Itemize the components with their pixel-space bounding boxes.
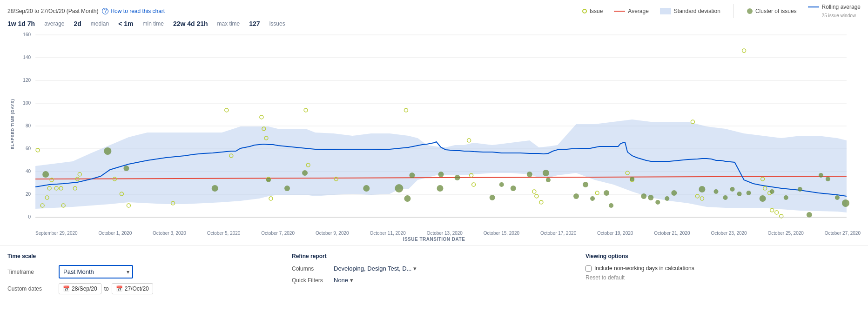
svg-point-84 (573, 193, 579, 199)
chart-container: 0 20 40 60 80 100 120 140 160 ELAPSED TI… (0, 31, 868, 245)
legend-divider (733, 4, 734, 18)
x-axis-title: ISSUE TRANSITION DATE (7, 237, 861, 242)
legend-average: Average (614, 8, 648, 14)
timeframe-label: Timeframe (7, 269, 59, 275)
svg-point-95 (699, 186, 705, 192)
custom-date-to[interactable]: 📅 27/Oct/20 (112, 283, 153, 294)
svg-point-108 (835, 195, 840, 200)
x-label-7: October 11, 2020 (370, 231, 405, 236)
x-label-4: October 5, 2020 (207, 231, 241, 236)
calendar-from-icon: 📅 (63, 285, 70, 292)
refine-title: Refine report (292, 253, 567, 259)
svg-point-74 (409, 172, 415, 178)
svg-text:100: 100 (23, 100, 31, 106)
svg-point-69 (284, 186, 290, 191)
x-label-1: September 29, 2020 (35, 231, 78, 236)
how-to-link[interactable]: ? How to read this chart (102, 8, 165, 14)
stat-median-label: median (91, 20, 109, 27)
svg-point-106 (819, 173, 823, 178)
x-label-5: October 7, 2020 (261, 231, 295, 236)
svg-point-89 (630, 177, 634, 181)
svg-text:140: 140 (23, 55, 31, 60)
x-label-2: October 1, 2020 (99, 231, 132, 236)
non-working-days-row: Include non-working days in calculations (585, 265, 861, 272)
svg-text:20: 20 (26, 192, 31, 197)
svg-point-101 (760, 195, 766, 202)
columns-row: Columns Developing, Design Test, D... (292, 265, 567, 272)
time-scale-col: Time scale Timeframe Past Month Custom d… (7, 253, 292, 299)
columns-dropdown[interactable]: Developing, Design Test, D... (334, 265, 417, 272)
std-dev-box-icon (660, 8, 671, 14)
svg-point-73 (404, 195, 410, 202)
viewing-title: Viewing options (585, 253, 861, 259)
svg-point-34 (225, 108, 229, 112)
svg-point-79 (499, 182, 504, 187)
timeframe-row: Timeframe Past Month (7, 265, 283, 279)
custom-dates-row: Custom dates 📅 28/Sep/20 to 📅 27/Oct/20 (7, 283, 283, 294)
svg-point-44 (404, 108, 408, 112)
quick-filters-dropdown[interactable]: None (334, 277, 353, 284)
info-icon: ? (102, 8, 108, 14)
stat-issues-label: issues (269, 20, 285, 27)
svg-point-107 (826, 177, 830, 181)
issue-dot-icon (582, 9, 587, 13)
svg-point-92 (655, 200, 660, 205)
chart-svg: 0 20 40 60 80 100 120 140 160 ELAPSED TI… (7, 31, 861, 231)
chart-inner: 0 20 40 60 80 100 120 140 160 ELAPSED TI… (7, 31, 861, 245)
x-label-6: October 9, 2020 (316, 231, 349, 236)
rolling-avg-line-icon (808, 7, 819, 7)
timeframe-select-wrapper[interactable]: Past Month (59, 265, 133, 279)
svg-point-66 (123, 166, 129, 171)
custom-date-from[interactable]: 📅 28/Sep/20 (59, 283, 101, 294)
x-label-3: October 3, 2020 (153, 231, 186, 236)
svg-point-102 (770, 189, 774, 194)
svg-point-62 (775, 211, 779, 214)
svg-point-48 (532, 190, 536, 193)
svg-text:0: 0 (28, 214, 31, 219)
svg-point-90 (641, 193, 646, 199)
non-working-days-label: Include non-working days in calculations (594, 265, 694, 272)
svg-point-67 (212, 185, 218, 192)
svg-point-103 (784, 195, 788, 200)
refine-report-col: Refine report Columns Developing, Design… (292, 253, 576, 299)
svg-point-87 (604, 190, 609, 196)
svg-point-78 (490, 195, 495, 200)
svg-point-36 (260, 115, 263, 119)
time-scale-title: Time scale (7, 253, 283, 259)
bottom-section: Time scale Timeframe Past Month Custom d… (0, 245, 868, 306)
svg-point-64 (42, 171, 49, 178)
svg-point-93 (665, 196, 669, 201)
x-label-15: October 27, 2020 (825, 231, 861, 236)
svg-point-85 (583, 182, 588, 187)
stat-min-value: < 1m (118, 20, 133, 27)
svg-point-61 (770, 208, 774, 212)
svg-point-94 (671, 190, 677, 196)
date-range: 28/Sep/20 to 27/Oct/20 (Past Month) (7, 8, 98, 14)
x-label-10: October 17, 2020 (540, 231, 576, 236)
x-label-11: October 19, 2020 (597, 231, 633, 236)
svg-point-98 (730, 187, 735, 192)
svg-point-96 (713, 189, 718, 194)
svg-point-77 (455, 175, 460, 180)
x-label-14: October 25, 2020 (768, 231, 804, 236)
svg-point-83 (546, 178, 551, 182)
average-line-icon (614, 11, 625, 12)
custom-dates-controls: 📅 28/Sep/20 to 📅 27/Oct/20 (59, 283, 153, 294)
stat-min-label: min time (143, 20, 164, 27)
timeframe-select[interactable]: Past Month (59, 265, 133, 279)
quick-filters-label: Quick Filters (292, 277, 334, 284)
non-working-days-checkbox[interactable] (585, 265, 592, 272)
viewing-options-col: Viewing options Include non-working days… (576, 253, 861, 299)
stat-avg-label: average (44, 20, 64, 27)
title-row: 28/Sep/20 to 27/Oct/20 (Past Month) ? Ho… (7, 4, 861, 18)
svg-point-72 (395, 184, 403, 192)
svg-text:60: 60 (26, 146, 31, 151)
x-label-8: October 13, 2020 (427, 231, 463, 236)
svg-text:120: 120 (23, 78, 31, 83)
svg-point-45 (467, 139, 471, 142)
stat-max-label: max time (217, 20, 240, 27)
legend-issue: Issue (582, 8, 603, 14)
svg-point-88 (609, 203, 613, 208)
columns-label: Columns (292, 265, 334, 272)
stat-median-value: 2d (74, 20, 81, 27)
